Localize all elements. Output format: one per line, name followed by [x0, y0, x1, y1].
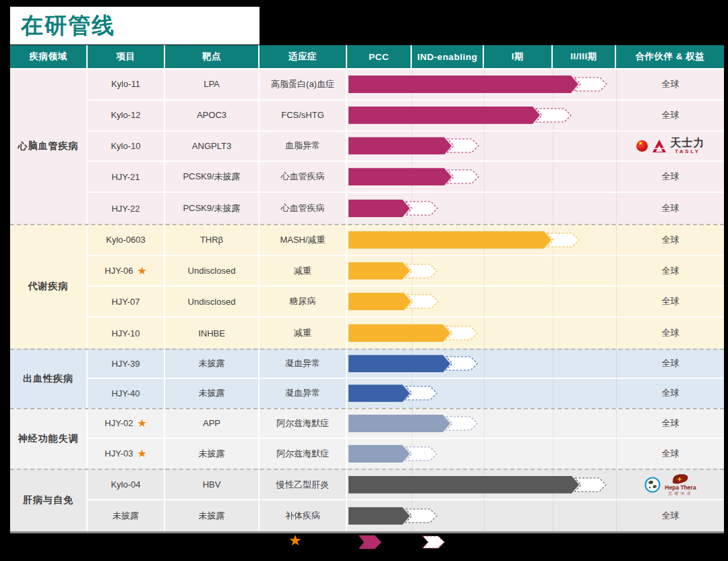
phase-track-cell [347, 100, 616, 131]
partner-cell: ★天士力TASLY [616, 131, 724, 163]
project-cell: HJY-03★ [88, 439, 165, 469]
star-icon: ★ [137, 266, 146, 276]
partner-cell: 全球 [616, 162, 724, 193]
column-header: 适应症 [260, 45, 347, 69]
phase-gridline [484, 193, 485, 224]
disease-group: 神经功能失调HJY-02★APP阿尔兹海默症全球HJY-03★未披露阿尔兹海默症… [10, 408, 724, 469]
legend: ★ [0, 534, 728, 554]
indication-cell: 血脂异常 [260, 131, 347, 163]
column-header: 合作伙伴 & 权益 [616, 45, 724, 69]
project-label: HJY-02 [104, 418, 133, 428]
target-cell: Undisclosed [165, 287, 260, 318]
project-label: Kylo-12 [111, 110, 140, 120]
phase-gridline [484, 409, 485, 438]
project-label: HJY-03 [104, 448, 133, 459]
phase-gridline [484, 350, 485, 378]
partner-cell: 全球 [616, 256, 724, 287]
partner-global-label: 全球 [662, 417, 679, 430]
tasly-triangle-icon [652, 140, 667, 152]
indication-cell: 减重 [260, 318, 347, 349]
project-label: HJY-06 [104, 266, 133, 276]
indication-cell: 凝血异常 [260, 350, 347, 379]
phase-gridline [553, 193, 553, 224]
partner-cell: 全球 [616, 225, 724, 256]
phase-track-cell [347, 409, 616, 439]
partner-global-label: 全球 [662, 171, 679, 183]
phase-track-cell [347, 193, 616, 224]
project-cell: Kylo-04 [88, 470, 165, 501]
progress-bar-solid [348, 324, 450, 342]
pipeline-groups: 心脑血管疾病Kylo-11LPA高脂蛋白(a)血症全球Kylo-12APOC3F… [10, 69, 724, 531]
column-header: 疾病领域 [10, 45, 88, 69]
pipeline-table: 疾病领域项目靶点适应症PCCIND-enablingI期II/III期合作伙伴 … [10, 45, 724, 533]
progress-bar-solid [348, 137, 452, 154]
phase-track-cell [347, 69, 616, 100]
progress-bar-solid [348, 415, 450, 432]
disease-group: 代谢疾病Kylo-0603THRβMASH/减重全球HJY-06★Undiscl… [10, 224, 724, 349]
disease-area-cell: 神经功能失调 [10, 409, 88, 469]
column-header: 靶点 [165, 45, 260, 69]
progress-bar-solid [348, 200, 410, 217]
partner-cell: 全球 [616, 287, 724, 318]
tasly-text: 天士力TASLY [671, 137, 705, 154]
indication-cell: 补体疾病 [260, 500, 347, 531]
phase-gridline [484, 500, 485, 531]
progress-bar-dashed [535, 108, 572, 123]
phase-track-cell [347, 470, 616, 501]
disease-area-cell: 肝病与自免 [10, 470, 88, 531]
project-label: 未披露 [113, 510, 139, 522]
star-icon: ★ [137, 448, 146, 459]
progress-bar-dashed [405, 201, 438, 216]
progress-bar-solid [348, 384, 410, 402]
partner-global-label: 全球 [662, 387, 679, 399]
phase-gridline [484, 131, 485, 161]
progress-bar-solid [348, 107, 540, 124]
progress-bar-solid [348, 355, 450, 372]
partner-global-label: 全球 [662, 202, 679, 214]
phase-track-cell [347, 256, 616, 287]
disease-group: 肝病与自免Kylo-04HBV慢性乙型肝炎Hepa Thera星曜坤泽未披露未披… [10, 469, 724, 531]
target-cell: APOC3 [165, 100, 260, 131]
phase-gridline [553, 379, 553, 408]
progress-bar-dashed [446, 326, 478, 341]
project-label: HJY-39 [111, 359, 140, 369]
project-cell: HJY-21 [88, 162, 165, 193]
title-block: 在研管线 [10, 7, 260, 45]
target-cell: INHBE [165, 318, 260, 349]
phase-gridline [553, 287, 553, 316]
column-header: IND-enabling [412, 45, 484, 69]
legend-dashed-arrow-icon [422, 535, 446, 549]
progress-bar-solid [348, 168, 452, 185]
project-cell: Kylo-11 [88, 69, 165, 100]
partner-cell: 全球 [616, 69, 724, 100]
progress-bar-dashed [446, 356, 478, 371]
project-label: HJY-07 [111, 297, 140, 307]
china-flag-icon: ★ [636, 140, 648, 152]
project-cell: HJY-22 [88, 193, 165, 224]
indication-cell: 阿尔兹海默症 [260, 409, 347, 439]
hepathera-leaf-icon [671, 473, 689, 485]
progress-bar-solid [348, 262, 410, 280]
phase-gridline [553, 162, 553, 191]
target-cell: Undisclosed [165, 256, 260, 287]
project-label: Kylo-04 [111, 479, 140, 490]
phase-gridline [553, 439, 553, 469]
phase-track-cell [347, 350, 616, 379]
progress-bar-dashed [446, 416, 478, 431]
progress-bar-solid [348, 231, 551, 249]
indication-cell: 慢性乙型肝炎 [260, 470, 347, 501]
column-header: 项目 [88, 45, 165, 69]
phase-gridline [484, 439, 485, 469]
phase-gridline [484, 318, 485, 349]
indication-cell: 阿尔兹海默症 [260, 439, 347, 469]
partner-cell: 全球 [616, 193, 724, 224]
progress-bar-dashed [574, 77, 607, 92]
disease-group: 心脑血管疾病Kylo-11LPA高脂蛋白(a)血症全球Kylo-12APOC3F… [10, 69, 724, 224]
target-cell: ANGPLT3 [165, 131, 260, 163]
partner-cell: 全球 [616, 409, 724, 439]
tasly-name-cn: 天士力 [671, 137, 705, 149]
partner-cell: 全球 [616, 318, 724, 349]
column-header: II/III期 [553, 45, 616, 69]
partner-global-label: 全球 [662, 234, 679, 246]
indication-cell: MASH/减重 [260, 225, 347, 256]
